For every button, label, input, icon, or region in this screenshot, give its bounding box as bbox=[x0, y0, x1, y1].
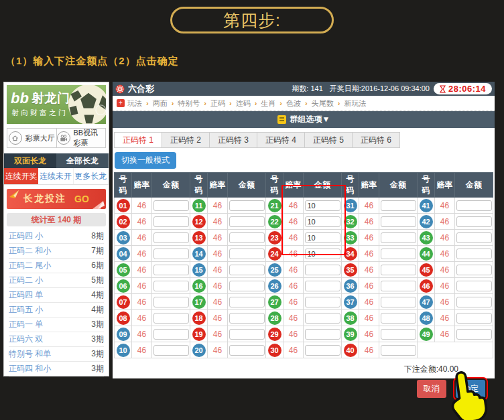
ball-24[interactable]: 24 bbox=[268, 247, 281, 261]
amount-input-37[interactable] bbox=[381, 297, 416, 307]
amount-input-02[interactable] bbox=[153, 216, 189, 227]
amount-input-44[interactable] bbox=[456, 249, 492, 259]
streak-item-1[interactable]: 正码四 小8期 bbox=[9, 229, 104, 244]
ball-47[interactable]: 47 bbox=[420, 295, 433, 309]
amount-input-10[interactable] bbox=[153, 345, 189, 356]
amount-input-07[interactable] bbox=[153, 297, 189, 307]
ball-26[interactable]: 26 bbox=[268, 279, 281, 293]
amount-input-17[interactable] bbox=[229, 297, 265, 307]
streak-item-7[interactable]: 正码一 单3期 bbox=[9, 318, 104, 332]
ball-49[interactable]: 49 bbox=[420, 328, 433, 341]
streak-item-3[interactable]: 正码二 尾小6期 bbox=[9, 259, 104, 273]
amount-input-21[interactable] bbox=[305, 200, 340, 211]
ball-08[interactable]: 08 bbox=[117, 311, 130, 325]
amount-input-43[interactable] bbox=[456, 232, 492, 243]
amount-input-48[interactable] bbox=[456, 313, 492, 324]
breadcrumb-item-4[interactable]: 连码 bbox=[236, 98, 251, 109]
ball-10[interactable]: 10 bbox=[117, 344, 130, 357]
group-options-bar[interactable]: 群组选项▼ bbox=[113, 111, 495, 128]
tab-zhengmate-6[interactable]: 正码特 6 bbox=[353, 132, 400, 148]
amount-input-45[interactable] bbox=[456, 265, 492, 275]
logo-banner[interactable]: bb 射龙门 射向财富之门 bbox=[7, 85, 106, 124]
ball-25[interactable]: 25 bbox=[268, 263, 281, 277]
amount-input-31[interactable] bbox=[381, 200, 416, 211]
amount-input-18[interactable] bbox=[229, 313, 265, 324]
ball-40[interactable]: 40 bbox=[344, 344, 357, 357]
amount-input-38[interactable] bbox=[381, 313, 416, 324]
ball-16[interactable]: 16 bbox=[192, 279, 206, 293]
ball-19[interactable]: 19 bbox=[192, 328, 206, 341]
tab-zhengmate-1[interactable]: 正码特 1 bbox=[114, 132, 162, 148]
ball-09[interactable]: 09 bbox=[117, 328, 130, 341]
amount-input-32[interactable] bbox=[381, 216, 416, 227]
ball-39[interactable]: 39 bbox=[344, 328, 357, 341]
ball-30[interactable]: 30 bbox=[268, 344, 281, 357]
dragon-bet-banner[interactable]: 长龙投注 GO bbox=[7, 189, 106, 209]
ball-05[interactable]: 05 bbox=[117, 263, 130, 277]
amount-input-23[interactable] bbox=[305, 232, 340, 243]
streak-item-10[interactable]: 正码四 和小3期 bbox=[9, 362, 104, 376]
amount-input-41[interactable] bbox=[456, 200, 492, 211]
breadcrumb-item-8[interactable]: 新玩法 bbox=[344, 98, 366, 109]
subtab-consecutive-not-open[interactable]: 连续未开 bbox=[38, 168, 73, 184]
amount-input-40[interactable] bbox=[381, 345, 416, 356]
amount-input-08[interactable] bbox=[153, 313, 189, 324]
amount-input-05[interactable] bbox=[153, 265, 189, 275]
amount-input-12[interactable] bbox=[229, 216, 265, 227]
ball-02[interactable]: 02 bbox=[117, 215, 130, 228]
ball-06[interactable]: 06 bbox=[117, 279, 130, 293]
ball-36[interactable]: 36 bbox=[344, 279, 357, 293]
amount-input-24[interactable] bbox=[305, 249, 340, 259]
amount-input-04[interactable] bbox=[153, 249, 189, 259]
ball-27[interactable]: 27 bbox=[268, 295, 281, 309]
ball-42[interactable]: 42 bbox=[420, 215, 433, 228]
streak-item-8[interactable]: 正码六 双3期 bbox=[9, 332, 104, 347]
amount-input-49[interactable] bbox=[456, 329, 492, 340]
ball-21[interactable]: 21 bbox=[268, 199, 281, 212]
tab-zhengmate-4[interactable]: 正码特 4 bbox=[257, 132, 305, 148]
amount-input-22[interactable] bbox=[305, 216, 340, 227]
amount-input-47[interactable] bbox=[456, 297, 492, 307]
breadcrumb-item-1[interactable]: 两面 bbox=[153, 98, 168, 109]
ball-45[interactable]: 45 bbox=[420, 263, 433, 277]
amount-input-03[interactable] bbox=[153, 232, 189, 243]
amount-input-09[interactable] bbox=[153, 329, 189, 340]
subtab-more-dragon[interactable]: 更多长龙 bbox=[74, 168, 109, 184]
amount-input-30[interactable] bbox=[305, 345, 340, 356]
amount-input-27[interactable] bbox=[305, 297, 340, 307]
subtab-consecutive-open[interactable]: 连续开奖 bbox=[4, 168, 38, 184]
ball-46[interactable]: 46 bbox=[420, 279, 433, 293]
ball-44[interactable]: 44 bbox=[420, 247, 433, 261]
ball-07[interactable]: 07 bbox=[117, 295, 130, 309]
ball-31[interactable]: 31 bbox=[344, 199, 357, 212]
ball-29[interactable]: 29 bbox=[268, 328, 281, 341]
ball-20[interactable]: 20 bbox=[192, 344, 206, 357]
amount-input-13[interactable] bbox=[229, 232, 265, 243]
tab-zhengmate-3[interactable]: 正码特 3 bbox=[210, 132, 257, 148]
ball-22[interactable]: 22 bbox=[268, 215, 281, 228]
amount-input-35[interactable] bbox=[381, 265, 416, 275]
ball-23[interactable]: 23 bbox=[268, 231, 281, 244]
amount-input-26[interactable] bbox=[305, 281, 340, 291]
ball-37[interactable]: 37 bbox=[344, 295, 357, 309]
streak-item-9[interactable]: 特别号 和单3期 bbox=[9, 347, 104, 362]
ball-28[interactable]: 28 bbox=[268, 311, 281, 325]
breadcrumb-item-2[interactable]: 特别号 bbox=[178, 98, 200, 109]
breadcrumb-item-3[interactable]: 正码 bbox=[210, 98, 225, 109]
streak-item-2[interactable]: 正码二 和小7期 bbox=[9, 244, 104, 259]
amount-input-19[interactable] bbox=[229, 329, 265, 340]
ball-38[interactable]: 38 bbox=[344, 311, 357, 325]
amount-input-33[interactable] bbox=[381, 232, 416, 243]
ball-48[interactable]: 48 bbox=[420, 311, 433, 325]
amount-input-11[interactable] bbox=[229, 200, 265, 211]
tab-zhengmate-2[interactable]: 正码特 2 bbox=[162, 132, 210, 148]
tab-all-dragon[interactable]: 全部长龙 bbox=[56, 153, 109, 168]
breadcrumb-root[interactable]: 玩法 bbox=[127, 98, 142, 109]
ball-03[interactable]: 03 bbox=[117, 231, 130, 244]
ball-15[interactable]: 15 bbox=[192, 263, 206, 277]
streak-item-6[interactable]: 正码五 小4期 bbox=[9, 303, 104, 318]
amount-input-36[interactable] bbox=[381, 281, 416, 291]
amount-input-14[interactable] bbox=[229, 249, 265, 259]
breadcrumb-item-6[interactable]: 色波 bbox=[286, 98, 301, 109]
amount-input-39[interactable] bbox=[381, 329, 416, 340]
